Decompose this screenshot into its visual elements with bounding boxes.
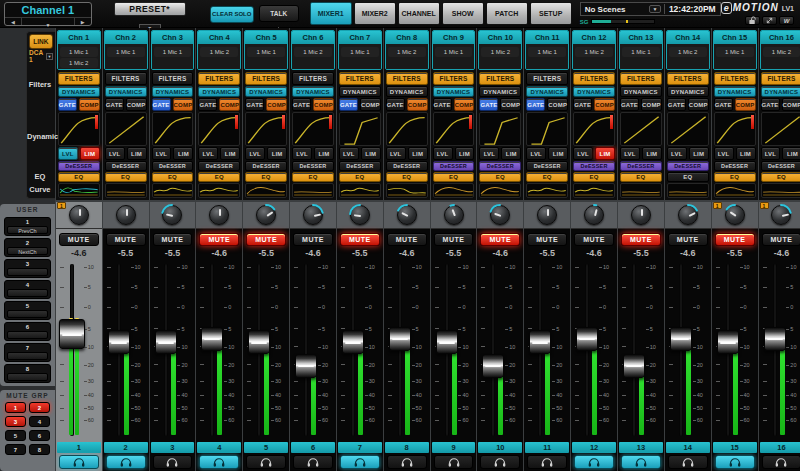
leveler-button[interactable]: LVL [292, 147, 312, 160]
limiter-button[interactable]: LIM [501, 147, 521, 160]
eq-graph[interactable] [479, 183, 521, 198]
filters-button[interactable]: FILTERS [58, 72, 100, 85]
next-channel-button[interactable]: ▶ [75, 18, 91, 25]
deesser-button[interactable]: DeESSER [620, 161, 662, 171]
filters-button[interactable]: FILTERS [339, 72, 381, 85]
comp-button[interactable]: COMP [360, 98, 381, 111]
eq-graph[interactable] [761, 183, 800, 198]
fader-handle[interactable] [248, 330, 270, 354]
leveler-button[interactable]: LVL [479, 147, 499, 160]
pan-knob[interactable] [771, 205, 791, 225]
channel-name[interactable]: Chn 14 [667, 31, 709, 44]
fader-handle[interactable] [389, 327, 411, 351]
eq-button[interactable]: EQ [433, 172, 475, 182]
leveler-button[interactable]: LVL [245, 147, 265, 160]
channel-header[interactable]: Chn 6 1 Mic 2 [291, 30, 335, 70]
dynamics-graph[interactable] [479, 112, 521, 146]
filters-button[interactable]: FILTERS [245, 72, 287, 85]
source-slot[interactable]: 1 Mic 1 [247, 47, 285, 57]
comp-button[interactable]: COMP [313, 98, 334, 111]
channel-header[interactable]: Chn 11 1 Mic 1 [525, 30, 569, 70]
dynamics-button[interactable]: DYNAMICS [479, 86, 521, 97]
eq-graph[interactable] [292, 183, 334, 198]
user-key-5[interactable]: 5 [4, 301, 51, 320]
channel-name[interactable]: Chn 13 [620, 31, 662, 44]
fader-handle[interactable] [436, 330, 458, 354]
channel-header[interactable]: Chn 15 1 Mic 1 [713, 30, 757, 70]
eq-button[interactable]: EQ [620, 172, 662, 182]
fader[interactable]: 10505102030405060 [292, 260, 334, 440]
fader-handle[interactable] [108, 330, 130, 354]
pan-knob[interactable] [69, 205, 89, 225]
leveler-button[interactable]: LVL [761, 147, 781, 160]
channel-header[interactable]: Chn 5 1 Mic 1 [244, 30, 288, 70]
dynamics-button[interactable]: DYNAMICS [433, 86, 475, 97]
eq-graph[interactable] [58, 183, 100, 198]
limiter-button[interactable]: LIM [408, 147, 428, 160]
source-slot[interactable]: 1 Mic 2 [294, 47, 332, 57]
source-slot[interactable]: 1 Mic 1 [622, 47, 660, 57]
channel-number[interactable]: 1 [57, 442, 101, 453]
channel-header[interactable]: Chn 8 1 Mic 2 [385, 30, 429, 70]
deesser-button[interactable]: DeESSER [526, 161, 568, 171]
fader-handle[interactable] [576, 327, 598, 351]
leveler-button[interactable]: LVL [58, 147, 78, 160]
dynamics-button[interactable]: DYNAMICS [573, 86, 615, 97]
channel-number[interactable]: 8 [385, 442, 429, 453]
eq-button[interactable]: EQ [386, 172, 428, 182]
pan-knob[interactable] [303, 205, 323, 225]
fader-handle[interactable] [482, 354, 504, 378]
eq-graph[interactable] [386, 183, 428, 198]
leveler-button[interactable]: LVL [526, 147, 546, 160]
scene-dropdown-button[interactable]: ▼ [649, 5, 661, 13]
mute-button[interactable]: MUTE [715, 233, 755, 246]
channel-header[interactable]: Chn 3 1 Mic 1 [151, 30, 195, 70]
eq-graph[interactable] [573, 183, 615, 198]
leveler-button[interactable]: LVL [152, 147, 172, 160]
fader[interactable]: 10505102030405060 [433, 260, 475, 440]
dynamics-graph[interactable] [198, 112, 240, 146]
mute-group-7[interactable]: 7 [5, 444, 26, 455]
channel-name[interactable]: Chn 6 [292, 31, 334, 44]
gate-button[interactable]: GATE [620, 98, 639, 111]
channel-number[interactable]: 4 [197, 442, 241, 453]
deesser-button[interactable]: DeESSER [761, 161, 800, 171]
filters-button[interactable]: FILTERS [292, 72, 334, 85]
fader-handle[interactable] [717, 330, 739, 354]
eq-graph[interactable] [152, 183, 194, 198]
channel-name[interactable]: Chn 4 [198, 31, 240, 44]
source-slot[interactable]: 1 Mic 2 [763, 47, 800, 57]
user-key-2[interactable]: 2NextCh [4, 238, 51, 257]
waves-logo-icon[interactable]: W [779, 16, 794, 25]
mute-button[interactable]: MUTE [293, 233, 333, 246]
leveler-button[interactable]: LVL [433, 147, 453, 160]
deesser-button[interactable]: DeESSER [433, 161, 475, 171]
deesser-button[interactable]: DeESSER [105, 161, 147, 171]
comp-button[interactable]: COMP [79, 98, 100, 111]
pan-knob[interactable] [631, 205, 651, 225]
mute-group-1[interactable]: 1 [5, 402, 26, 413]
channel-number[interactable]: 13 [619, 442, 663, 453]
deesser-button[interactable]: DeESSER [386, 161, 428, 171]
source-slot[interactable]: 1 Mic 2 [481, 47, 519, 57]
source-slot[interactable]: 1 Mic 2 [388, 47, 426, 57]
filters-button[interactable]: FILTERS [433, 72, 475, 85]
mute-button[interactable]: MUTE [106, 233, 146, 246]
talk-button[interactable]: TALK [259, 5, 299, 22]
channel-number[interactable]: 2 [104, 442, 148, 453]
cue-button[interactable] [574, 455, 614, 469]
mute-button[interactable]: MUTE [246, 233, 286, 246]
user-key-1[interactable]: 1PrevCh [4, 217, 51, 236]
eq-button[interactable]: EQ [714, 172, 756, 182]
filters-button[interactable]: FILTERS [105, 72, 147, 85]
fader[interactable]: 10505102030405060 [479, 260, 521, 440]
eq-button[interactable]: EQ [526, 172, 568, 182]
channel-name[interactable]: Chn 2 [105, 31, 147, 44]
filters-button[interactable]: FILTERS [479, 72, 521, 85]
channel-name[interactable]: Chn 16 [761, 31, 800, 44]
filters-button[interactable]: FILTERS [526, 72, 568, 85]
channel-number[interactable]: 5 [244, 442, 288, 453]
gate-button[interactable]: GATE [479, 98, 498, 111]
cue-button[interactable] [340, 455, 380, 469]
tab-mixer2[interactable]: MIXER2 [354, 2, 396, 25]
